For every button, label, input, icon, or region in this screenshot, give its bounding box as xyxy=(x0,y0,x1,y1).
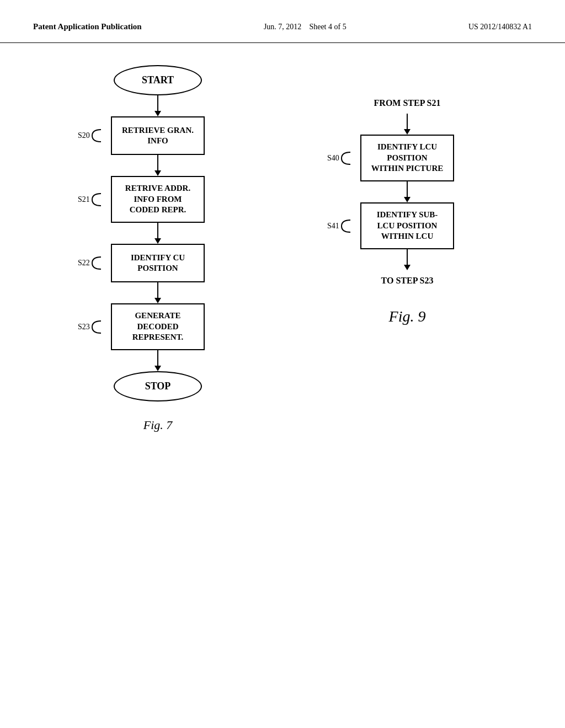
s41-rect: IDENTIFY SUB-LCU POSITIONWITHIN LCU xyxy=(360,202,454,249)
s40-label: S40 xyxy=(327,149,351,167)
s21-rect: RETRIVE ADDR.INFO FROMCODED REPR. xyxy=(111,176,205,223)
arrow-s20-s21 xyxy=(154,155,161,176)
fig9-chart: FROM STEP S21 S40 IDENTIFY LCUPOSITIONWI… xyxy=(282,65,532,432)
s41-label: S41 xyxy=(327,217,351,235)
arrow-from-s21 xyxy=(404,114,411,135)
line xyxy=(407,249,408,265)
line xyxy=(157,95,158,111)
arrowhead xyxy=(404,197,411,202)
arrow-to-s23 xyxy=(404,249,411,270)
s21-node-wrapper: S21 RETRIVE ADDR.INFO FROMCODED REPR. xyxy=(111,176,205,223)
stop-label: STOP xyxy=(145,381,171,392)
s40-label-text: S40 xyxy=(327,154,339,163)
publication-label: Patent Application Publication xyxy=(33,22,142,31)
patent-number: US 2012/140832 A1 xyxy=(468,23,532,31)
line xyxy=(407,181,408,197)
s40-node-wrapper: S40 IDENTIFY LCUPOSITIONWITHIN PICTURE xyxy=(360,135,454,181)
s22-node-wrapper: S22 IDENTIFY CUPOSITION xyxy=(111,244,205,282)
arrow-s23-stop xyxy=(154,350,161,371)
s21-text: RETRIVE ADDR.INFO FROMCODED REPR. xyxy=(125,183,190,216)
line xyxy=(157,282,158,298)
fig7-label: Fig. 7 xyxy=(143,418,173,432)
s21-label-text: S21 xyxy=(78,195,90,204)
from-step-label: FROM STEP S21 xyxy=(374,98,441,108)
start-node: START xyxy=(114,65,202,95)
line xyxy=(157,155,158,170)
start-label: START xyxy=(142,74,174,86)
arrow-s22-s23 xyxy=(154,282,161,303)
page: Patent Application Publication Jun. 7, 2… xyxy=(0,0,565,728)
s21-label: S21 xyxy=(78,191,102,208)
arrowhead xyxy=(154,170,161,176)
start-ellipse: START xyxy=(114,65,202,95)
s41-node-wrapper: S41 IDENTIFY SUB-LCU POSITIONWITHIN LCU xyxy=(360,202,454,249)
s22-text: IDENTIFY CUPOSITION xyxy=(131,253,185,274)
arrow-start-s20 xyxy=(154,95,161,116)
page-header: Patent Application Publication Jun. 7, 2… xyxy=(0,0,565,43)
s23-label: S23 xyxy=(78,318,102,336)
s41-text: IDENTIFY SUB-LCU POSITIONWITHIN LCU xyxy=(377,210,438,242)
line xyxy=(157,223,158,238)
arrowhead xyxy=(154,366,161,371)
s23-node-wrapper: S23 GENERATEDECODEDREPRESENT. xyxy=(111,303,205,350)
stop-node: STOP xyxy=(114,371,202,402)
line xyxy=(157,350,158,366)
s20-label-text: S20 xyxy=(78,131,90,140)
s20-text: RETRIEVE GRAN.INFO xyxy=(122,125,194,147)
fig9-label: Fig. 9 xyxy=(389,308,426,325)
arrow-s40-s41 xyxy=(404,181,411,202)
s22-label: S22 xyxy=(78,254,102,272)
s22-bracket-icon xyxy=(90,254,102,272)
arrowhead xyxy=(154,298,161,303)
s22-rect: IDENTIFY CUPOSITION xyxy=(111,244,205,282)
arrowhead xyxy=(154,238,161,244)
s40-rect: IDENTIFY LCUPOSITIONWITHIN PICTURE xyxy=(360,135,454,181)
s40-text: IDENTIFY LCUPOSITIONWITHIN PICTURE xyxy=(371,142,443,174)
arrowhead xyxy=(404,129,411,135)
s23-rect: GENERATEDECODEDREPRESENT. xyxy=(111,303,205,350)
arrowhead xyxy=(404,265,411,270)
s20-rect: RETRIEVE GRAN.INFO xyxy=(111,116,205,155)
s23-text: GENERATEDECODEDREPRESENT. xyxy=(132,311,184,343)
s23-label-text: S23 xyxy=(78,323,90,331)
s21-bracket-icon xyxy=(90,191,102,208)
stop-ellipse: STOP xyxy=(114,371,202,402)
s40-bracket-icon xyxy=(339,149,351,167)
sheet-info: Sheet 4 of 5 xyxy=(309,23,346,31)
arrow-s21-s22 xyxy=(154,223,161,244)
s20-bracket-icon xyxy=(90,127,102,144)
s41-bracket-icon xyxy=(339,217,351,235)
s23-bracket-icon xyxy=(90,318,102,336)
line xyxy=(407,114,408,129)
content-area: START S20 RETRIEVE GRAN.INFO xyxy=(0,43,565,454)
arrowhead xyxy=(154,111,161,116)
to-step-label: TO STEP S23 xyxy=(381,276,434,286)
fig7-chart: START S20 RETRIEVE GRAN.INFO xyxy=(33,65,282,432)
date: Jun. 7, 2012 xyxy=(264,23,301,31)
date-sheet: Jun. 7, 2012 Sheet 4 of 5 xyxy=(264,23,347,31)
s20-node-wrapper: S20 RETRIEVE GRAN.INFO xyxy=(111,116,205,155)
s22-label-text: S22 xyxy=(78,259,90,267)
s20-label: S20 xyxy=(78,127,102,144)
s41-label-text: S41 xyxy=(327,222,339,231)
